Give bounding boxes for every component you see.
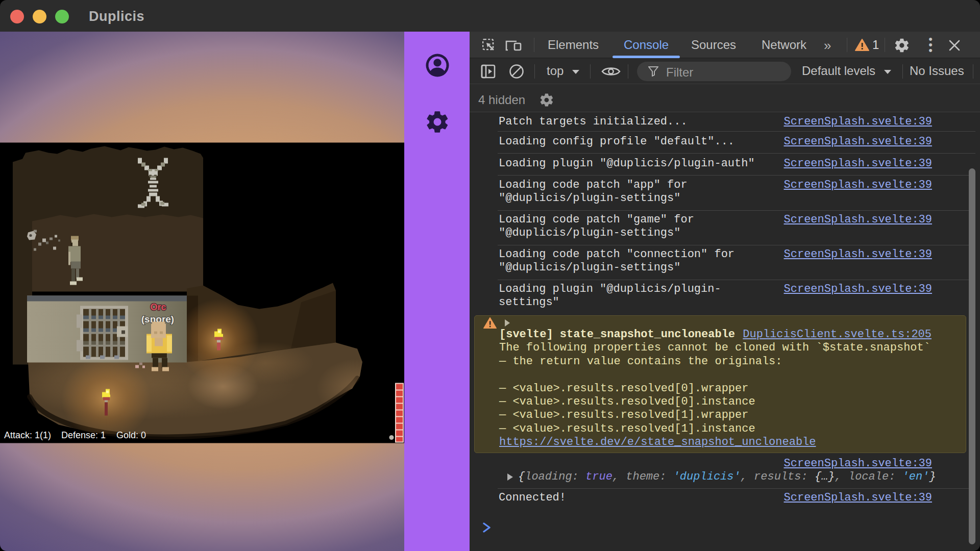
svg-text:Attack: 1(1): Attack: 1(1)	[4, 430, 51, 440]
svg-text:Defense: 1: Defense: 1	[61, 430, 106, 440]
svg-text:Gold: 0: Gold: 0	[116, 430, 146, 440]
svg-text:Orc: Orc	[150, 302, 166, 312]
